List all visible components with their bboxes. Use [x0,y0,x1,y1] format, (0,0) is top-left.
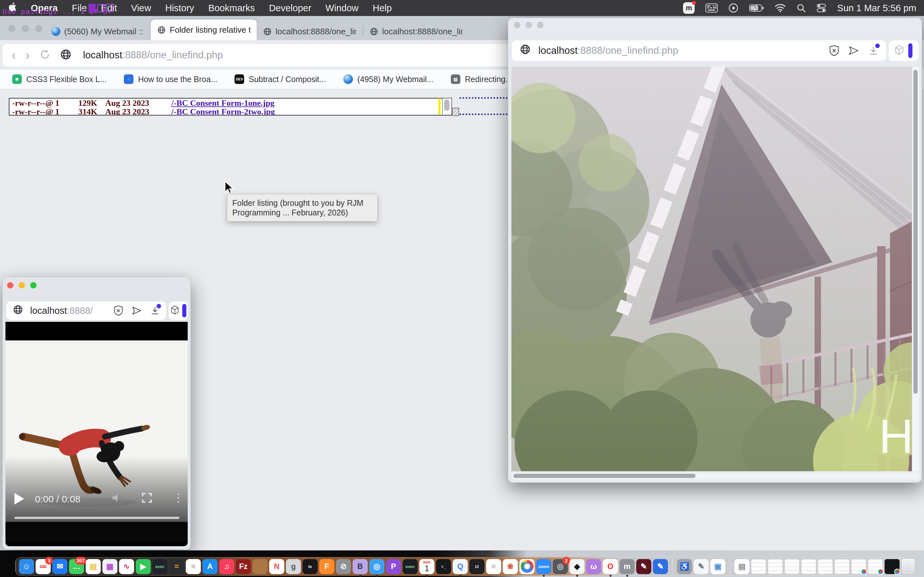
messages-icon[interactable]: …207 [69,559,84,574]
small-address-bar[interactable]: localhost:8888/ [6,301,166,320]
notes-icon[interactable]: ▤ [86,559,101,574]
min-window-black[interactable] [885,559,900,574]
podcasts-icon[interactable]: P [386,559,401,574]
bookmark-broadcast[interactable]: ○How to use the Broa... [124,74,217,84]
bookmark-webmail[interactable]: (4958) My Webmail... [343,74,433,84]
pen-red-icon[interactable]: ✎ [636,559,651,574]
video-progress-bar[interactable] [15,517,179,519]
send-to-device-icon[interactable] [848,45,859,56]
pen-blue-icon[interactable]: ✎ [653,559,668,574]
download-icon[interactable] [150,306,160,316]
cube-icon[interactable] [171,306,179,316]
tab-2[interactable]: Folder listing relative to [151,19,257,40]
overflow-menu-icon[interactable]: ⋮ [173,491,184,504]
terminal-exec-2-icon[interactable]: exec [403,559,418,574]
bookmark-css-tricks[interactable]: ✱CSS3 Flexible Box L... [12,74,107,84]
file-link[interactable]: /-BC Consent Form-1one.jpg [171,98,274,108]
video-player[interactable]: 0:00 / 0:08 ⋮ [5,322,188,546]
small-extensions-pill[interactable] [169,301,188,320]
url-text[interactable]: localhost:8888/ [30,306,93,316]
opera-icon[interactable]: O [603,559,618,574]
tab-3[interactable]: localhost:8888/one_line [257,23,363,40]
menu-clock[interactable]: Sun 1 Mar 5:56 pm [837,3,916,13]
terminal-prompt-icon[interactable]: >_ [436,559,451,574]
shield-block-icon[interactable] [113,306,123,316]
large-extensions-pill[interactable] [889,40,919,61]
document-stack-icon[interactable]: ▤ [734,559,750,574]
horizontal-scrollbar[interactable] [511,472,919,480]
large-window-controls[interactable] [514,22,543,28]
file-link[interactable]: /-BC Consent Form-2two.jpg [171,107,275,116]
close-button[interactable] [7,282,13,288]
app-store-icon[interactable]: A [202,559,218,574]
facetime-icon[interactable]: ▶ [136,559,151,574]
accessibility-icon[interactable]: ♿ [677,559,692,574]
min-window-3[interactable] [784,559,800,574]
play-circle-icon[interactable] [729,3,738,13]
back-button[interactable]: ‹ [11,49,16,61]
menu-item-developer[interactable]: Developer [269,3,311,13]
zoom-button[interactable] [35,25,42,32]
bbedit-icon[interactable]: B [352,559,368,574]
zoom-icon[interactable]: zoom [536,559,551,574]
chrome-icon[interactable] [519,559,535,574]
small-window-controls[interactable] [7,282,37,288]
minimize-button[interactable] [22,25,29,32]
cat-app-icon[interactable]: ω [586,559,601,574]
close-button[interactable] [8,25,15,32]
play-button[interactable] [15,493,24,504]
shield-block-icon[interactable] [829,45,839,56]
menu-item-history[interactable]: History [165,3,194,13]
tab-4[interactable]: localhost:8888/one_line [363,23,469,40]
calendar-icon[interactable]: MAR1 [419,559,435,574]
tab-1[interactable]: (5060) My Webmail :: Inb [45,23,151,40]
menu-item-window[interactable]: Window [325,3,359,13]
close-button[interactable] [514,22,520,28]
reload-button[interactable] [39,49,50,61]
filezilla-icon[interactable]: Fz [236,559,251,574]
min-window-6[interactable] [835,559,850,574]
health-wave-icon[interactable]: ∿ [119,559,134,574]
minimize-button[interactable] [19,282,25,288]
minimize-button[interactable] [525,22,532,28]
textedit-icon[interactable]: ≡ [186,559,201,574]
wifi-icon[interactable] [775,4,786,12]
min-window-1[interactable] [751,559,766,574]
zoom-button[interactable] [30,282,37,288]
intellij-icon[interactable]: IJ [469,559,485,574]
forward-button[interactable]: › [25,49,29,61]
url-text[interactable]: localhost:8888/one_linefind.php [538,45,678,56]
inkscape-icon[interactable]: ◆ [569,559,585,574]
menu-item-bookmarks[interactable]: Bookmarks [208,3,255,13]
sidebar-indicator[interactable] [908,43,913,58]
bookmark-dev[interactable]: DEVSubtract / Composit... [234,74,326,84]
vertical-scrollbar[interactable] [912,67,919,471]
min-window-2[interactable] [768,559,783,574]
safari-icon[interactable]: ◎ [369,559,384,574]
download-icon[interactable] [868,45,879,56]
folder-listing-box[interactable]: -rw-r--r--@ 1129KAug 23 2023/-BC Consent… [9,98,452,116]
finder-icon[interactable]: ☺ [19,559,34,574]
preview-icon[interactable]: ▣ [710,559,725,574]
zoom-button[interactable] [537,22,543,28]
textedit-2-icon[interactable]: ≡ [486,559,501,574]
sidebar-indicator[interactable] [182,304,186,318]
keyboard-icon[interactable] [706,3,718,13]
launchpad-icon[interactable]: ▦ [102,559,118,574]
quicktime-icon[interactable]: Q [453,559,468,574]
terminal-exec-icon[interactable]: exec [152,559,168,574]
no-entry-icon[interactable]: ⊘ [336,559,351,574]
menu-item-help[interactable]: Help [373,3,392,13]
min-window-7[interactable] [851,559,866,574]
art-palette-icon[interactable]: ❀ [503,559,518,574]
fullscreen-icon[interactable] [142,492,152,506]
mail-icon[interactable]: ✉ [52,559,67,574]
calculator-icon[interactable]: = [169,559,184,574]
camera-lens-icon[interactable]: ◎2 [553,559,568,574]
firefox-icon[interactable]: F [319,559,334,574]
news-icon[interactable]: N [269,559,284,574]
notes-pencil-icon[interactable]: ✎ [694,559,709,574]
books-icon[interactable] [252,559,268,574]
menu-status-app-icon[interactable]: m [683,2,695,14]
control-center-icon[interactable] [817,3,826,13]
